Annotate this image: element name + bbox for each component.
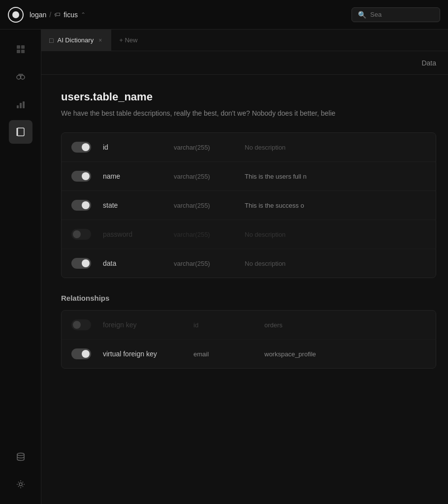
toggle-virtual-foreign-key[interactable] [71, 348, 91, 359]
relationships-section-header: Relationships [61, 294, 436, 302]
settings-icon [16, 479, 26, 489]
toggle-knob [73, 321, 81, 329]
toggle-knob [82, 143, 90, 151]
page-content: users.table_name We have the best table … [41, 75, 448, 504]
breadcrumb: logan / 🏷 ficus ⌃ [30, 11, 86, 19]
subheader-title: Data [421, 59, 436, 67]
svg-rect-6 [17, 105, 19, 108]
svg-rect-3 [21, 50, 25, 53]
col-type-name: varchar(255) [174, 173, 233, 180]
toggle-knob [82, 172, 90, 180]
chevron-down-icon: ⌃ [81, 11, 86, 18]
table-name-heading: users.table_name [61, 91, 436, 103]
table-description: We have the best table descriptions, rea… [61, 108, 436, 119]
col-desc-password: No description [245, 231, 426, 238]
rel-target-foreign-key: orders [264, 321, 283, 329]
col-name-id: id [103, 143, 162, 151]
col-desc-name: This is the users full n [245, 173, 426, 180]
svg-rect-9 [17, 128, 24, 136]
sidebar-item-table[interactable] [9, 37, 32, 61]
svg-point-12 [19, 483, 22, 486]
table-grid-icon [16, 44, 26, 54]
database-icon [16, 452, 26, 462]
toggle-password[interactable] [71, 229, 91, 240]
rel-name-virtual-foreign-key: virtual foreign key [103, 350, 182, 358]
col-type-password: varchar(255) [174, 231, 233, 238]
toggle-knob [82, 201, 90, 209]
project-name[interactable]: ficus [64, 11, 78, 19]
subheader: Data [41, 51, 448, 75]
toggle-id[interactable] [71, 142, 91, 153]
content-area: □ AI Dictionary × + New Data users.table… [41, 30, 448, 504]
tab-label: AI Dictionary [57, 36, 94, 44]
table-row: password varchar(255) No description [62, 220, 436, 249]
toggle-knob [73, 230, 81, 238]
search-box[interactable]: 🔍 [352, 7, 440, 22]
toggle-foreign-key[interactable] [71, 319, 91, 330]
app-logo [8, 7, 24, 23]
book-icon [16, 127, 26, 137]
logo-inner [12, 11, 19, 18]
col-name-state: state [103, 201, 162, 209]
sidebar-item-dictionary[interactable] [9, 120, 32, 144]
toggle-name[interactable] [71, 171, 91, 182]
toggle-state[interactable] [71, 200, 91, 211]
table-row: name varchar(255) This is the users full… [62, 162, 436, 191]
tab-page-icon: □ [49, 36, 53, 44]
toggle-data[interactable] [71, 258, 91, 269]
search-input[interactable] [370, 11, 434, 18]
rel-col-foreign-key: id [193, 321, 253, 329]
col-name-name: name [103, 172, 162, 180]
svg-rect-1 [21, 45, 25, 49]
sidebar-item-settings[interactable] [9, 472, 32, 496]
project-icon: 🏷 [54, 11, 61, 18]
col-desc-data: No description [245, 260, 426, 267]
col-type-id: varchar(255) [174, 144, 233, 151]
col-name-data: data [103, 259, 162, 267]
col-desc-state: This is the success o [245, 202, 426, 209]
col-desc-id: No description [245, 144, 426, 151]
workspace-name[interactable]: logan [30, 11, 46, 19]
table-row: id varchar(255) No description [62, 133, 436, 162]
sidebar [0, 30, 41, 504]
binoculars-icon [16, 72, 26, 82]
sidebar-item-database[interactable] [9, 445, 32, 469]
main-layout: □ AI Dictionary × + New Data users.table… [0, 30, 448, 504]
toggle-knob [82, 259, 90, 267]
search-icon: 🔍 [358, 11, 366, 19]
svg-rect-7 [20, 103, 22, 108]
table-row: state varchar(255) This is the success o [62, 191, 436, 220]
toggle-knob [82, 350, 90, 358]
svg-point-4 [17, 75, 21, 79]
svg-point-11 [17, 453, 24, 456]
columns-table: id varchar(255) No description name varc… [61, 132, 436, 278]
col-name-password: password [103, 230, 162, 238]
svg-rect-2 [17, 50, 20, 53]
table-row: data varchar(255) No description [62, 249, 436, 278]
sidebar-item-explore[interactable] [9, 65, 32, 89]
relationships-table: foreign key id orders virtual foreign ke… [61, 310, 436, 369]
tabs-bar: □ AI Dictionary × + New [41, 30, 448, 51]
tab-close-button[interactable]: × [97, 36, 103, 44]
new-tab-label: + New [119, 36, 137, 44]
col-type-state: varchar(255) [174, 202, 233, 209]
sidebar-bottom [9, 445, 32, 496]
bar-chart-icon [16, 99, 26, 109]
svg-point-5 [21, 75, 25, 79]
new-tab-button[interactable]: + New [111, 30, 145, 51]
rel-col-virtual-foreign-key: email [193, 350, 253, 358]
list-item: foreign key id orders [62, 311, 436, 340]
breadcrumb-separator: / [49, 11, 51, 19]
sidebar-item-charts[interactable] [9, 93, 32, 116]
svg-rect-0 [17, 45, 20, 49]
col-type-data: varchar(255) [174, 260, 233, 267]
list-item: virtual foreign key email workspace_prof… [62, 340, 436, 368]
rel-target-virtual-foreign-key: workspace_profile [264, 350, 316, 358]
rel-name-foreign-key: foreign key [103, 321, 182, 329]
svg-rect-8 [23, 101, 25, 108]
tab-ai-dictionary[interactable]: □ AI Dictionary × [41, 30, 111, 51]
topbar: logan / 🏷 ficus ⌃ 🔍 [0, 0, 448, 30]
